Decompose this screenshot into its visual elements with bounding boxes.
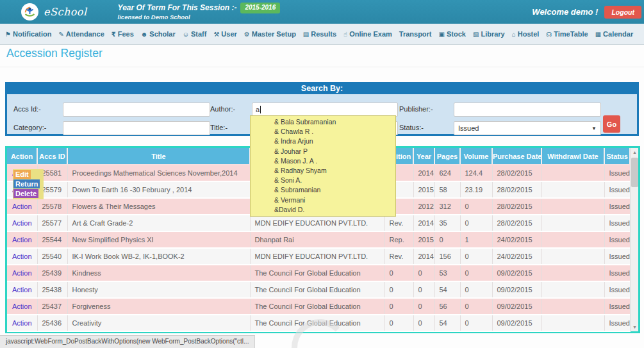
cell-accs-id: 25437 [37,298,67,315]
title-label: Title:- [210,124,227,131]
pointer-icon: ☝ [343,31,347,38]
main-nav: ⚑Notification✎Attendance₹Fees☻Scholar☺St… [0,24,644,45]
table-scrollbar[interactable]: ▲ ▼ [630,148,638,331]
nav-item-transport[interactable]: Transport [399,30,432,38]
action-link[interactable]: Action [12,302,32,310]
logout-button[interactable]: Logout [604,6,641,19]
cell-volume: 124.4 [460,165,492,181]
author-input[interactable]: a [252,103,398,117]
cell-title: Forgiveness [67,298,250,315]
autocomplete-item[interactable]: & Indra Arjun [251,137,395,146]
column-header: Accs ID [37,148,67,165]
cell-title: New Simplified Physics XI [67,231,250,248]
nav-item-fees[interactable]: ₹Fees [111,30,134,38]
rupee-icon: ₹ [111,31,116,38]
cell-withdrawal-date [541,231,604,248]
status-select[interactable]: Issued ▼ [454,121,601,135]
autocomplete-item[interactable]: & Soni A. [251,176,395,185]
nav-item-label: Attendance [66,30,104,38]
delete-menu-item[interactable]: Delete [13,189,38,198]
cell-accs-id: 25578 [37,198,67,215]
cell-accs-id: 25436 [37,315,67,331]
action-link[interactable]: Action [12,269,32,277]
brand-name: eSchool [44,6,87,18]
action-link[interactable]: Action [12,219,32,227]
top-header: eSchool Year Of Term For This Session :-… [0,0,644,24]
nav-item-stock[interactable]: ▣Stock [439,30,466,38]
cell-title: IK-I Work Book WB-2, IK-1,BOOK-2 [67,248,250,265]
nav-item-hostel[interactable]: ⌂Hostel [512,30,540,38]
user-icon: ☺ [183,31,189,38]
scroll-down-icon[interactable]: ▼ [631,323,639,331]
calendar-icon: ▦ [595,31,601,38]
scrollbar-thumb[interactable] [631,158,638,187]
autocomplete-item[interactable]: & Chawla R . [251,127,395,137]
cell-status: Issued [604,315,630,331]
cell-action: Action [7,198,37,215]
nav-item-attendance[interactable]: ✎Attendance [58,30,104,38]
eschool-logo-icon [21,3,38,21]
nav-item-notification[interactable]: ⚑Notification [5,30,51,38]
cell-edition: 0 [384,281,413,298]
action-link[interactable]: Action [12,286,32,294]
return-menu-item[interactable]: Return [13,179,40,188]
action-link[interactable]: Action [12,319,32,327]
nav-item-staff[interactable]: ☺Staff [183,30,207,38]
cell-status: Issued [604,181,630,198]
action-link[interactable]: Action [12,203,32,210]
autocomplete-item[interactable]: & Radhay Shyam [251,166,395,176]
building-icon: ⌂ [512,31,516,38]
nav-item-results[interactable]: ▤Results [303,30,336,38]
go-button[interactable]: Go [603,115,620,133]
column-header: Pages [434,148,460,165]
edit-menu-item[interactable]: Edit [13,170,31,179]
cell-year: 2014 [413,165,434,181]
nav-item-master-setup[interactable]: ⚙Master Setup [244,30,296,38]
clipboard-icon: ✎ [58,31,63,38]
cell-pages: 0 [434,231,460,248]
nav-item-timetable[interactable]: ☊TimeTable [546,30,588,38]
folder-icon: ▣ [439,31,445,38]
cell-title: Art & Craft Grade-2 [67,215,250,231]
action-link[interactable]: Action [12,253,32,260]
nav-item-label: Library [481,30,504,38]
cell-edition: 0 [384,298,413,315]
autocomplete-item[interactable]: & Jouhar P [251,147,395,156]
nav-item-label: TimeTable [554,30,588,38]
cell-purchase-date: 24/02/2015 [492,248,541,265]
title-divider [0,67,644,67]
cell-year: 0 [413,281,434,298]
nav-item-calendar[interactable]: ▦Calendar [595,30,634,38]
autocomplete-item[interactable]: & Vermani [251,195,395,205]
licensed-text: licensed to Demo School [118,13,281,21]
cell-status: Issued [604,215,630,231]
column-header: Action [7,148,37,165]
autocomplete-item[interactable]: &David D. [251,205,395,215]
cell-edition: Rev. [384,248,413,265]
cell-publisher: Dhanpat Rai [250,231,384,248]
author-label: Author:- [210,105,235,113]
nav-item-scholar[interactable]: ☻Scholar [141,30,176,38]
nav-item-label: Notification [13,30,52,38]
nav-item-label: Transport [399,30,432,38]
autocomplete-item[interactable]: & Subramanian [251,185,395,195]
action-link[interactable]: Action [12,236,32,244]
scroll-up-icon[interactable]: ▲ [631,148,639,156]
cell-pages: 56 [434,298,460,315]
cell-volume: 0 [460,265,492,281]
nav-item-online-exam[interactable]: ☝Online Exam [343,30,392,38]
cell-volume: 23.19 [460,181,492,198]
cell-purchase-date: 28/02/2015 [492,181,541,198]
nav-item-user[interactable]: ⚒User [213,30,236,38]
accs-id-input[interactable] [63,103,210,117]
autocomplete-item[interactable]: & Bala Subramanian [251,117,395,127]
status-label: Status:- [399,124,424,131]
cell-withdrawal-date [541,265,604,281]
cell-status: Issued [604,231,630,248]
autocomplete-item[interactable]: & Mason J. A . [251,156,395,166]
column-header: Volume [460,148,492,165]
cell-purchase-date: 09/02/2015 [492,315,541,331]
publisher-input[interactable] [454,103,601,117]
nav-item-library[interactable]: ▧Library [473,30,505,38]
category-input[interactable] [63,121,210,135]
